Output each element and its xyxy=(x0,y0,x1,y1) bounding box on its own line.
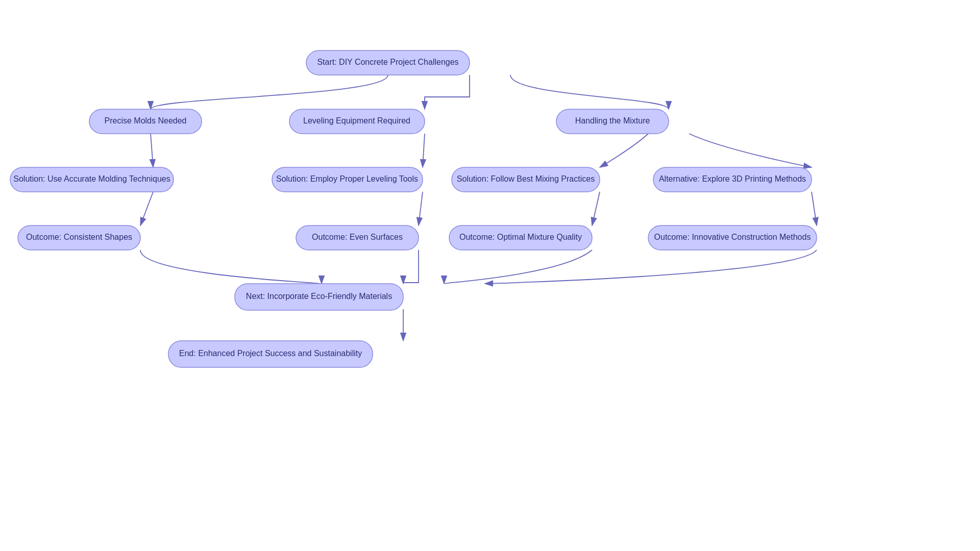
arrow-sol-molds-out xyxy=(140,192,153,226)
node-next-eco-label: Next: Incorporate Eco-Friendly Materials xyxy=(246,292,392,300)
node-sol-molds-label: Solution: Use Accurate Molding Technique… xyxy=(13,174,170,183)
node-end-label: End: Enhanced Project Success and Sustai… xyxy=(179,349,362,358)
arrow-out-mixture-next xyxy=(444,250,592,284)
node-leveling-label: Leveling Equipment Required xyxy=(303,116,410,125)
arrow-out-shapes-next xyxy=(140,250,322,284)
node-handling-label: Handling the Mixture xyxy=(575,116,650,125)
node-out-surfaces-label: Outcome: Even Surfaces xyxy=(312,233,403,241)
node-sol-leveling-label: Solution: Employ Proper Leveling Tools xyxy=(276,174,418,183)
arrow-start-handling xyxy=(510,75,669,109)
node-molds-label: Precise Molds Needed xyxy=(105,116,187,125)
node-alt-3d-label: Alternative: Explore 3D Printing Methods xyxy=(659,174,806,183)
node-out-innovative-label: Outcome: Innovative Construction Methods xyxy=(654,233,811,241)
node-sol-mixing-label: Solution: Follow Best Mixing Practices xyxy=(457,174,595,183)
arrow-handling-alt3d xyxy=(689,134,812,167)
arrow-start-molds xyxy=(151,75,388,109)
arrow-out-surfaces-next xyxy=(403,250,419,284)
arrow-sol-leveling-out xyxy=(419,192,423,226)
arrow-molds-sol xyxy=(151,134,153,167)
node-out-mixture-label: Outcome: Optimal Mixture Quality xyxy=(459,233,582,241)
arrow-leveling-sol xyxy=(423,134,425,167)
arrow-handling-sol-mixing xyxy=(600,134,648,167)
arrow-start-leveling xyxy=(425,75,470,109)
arrow-out-innovative-next xyxy=(485,250,817,284)
arrow-alt3d-out xyxy=(812,192,817,226)
flowchart: Start: DIY Concrete Project Challenges P… xyxy=(0,0,980,551)
arrow-sol-mixing-out xyxy=(592,192,600,226)
node-out-shapes-label: Outcome: Consistent Shapes xyxy=(26,233,132,241)
node-start-label: Start: DIY Concrete Project Challenges xyxy=(317,58,458,66)
